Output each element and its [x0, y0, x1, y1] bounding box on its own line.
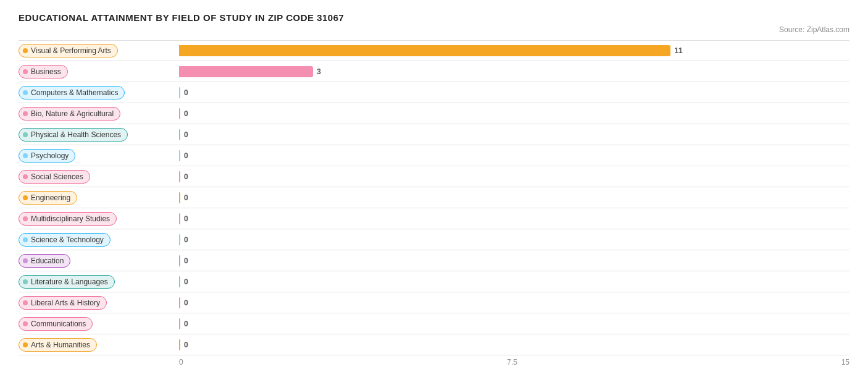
bar-label-area: Bio, Nature & Agricultural — [19, 107, 179, 121]
bar-fill — [179, 339, 180, 350]
pill-dot — [23, 342, 28, 347]
bar-value-label: 11 — [674, 46, 682, 55]
bar-row: Science & Technology0 — [19, 229, 849, 250]
x-axis-label: 15 — [841, 358, 849, 367]
bar-label-area: Education — [19, 254, 179, 268]
pill-dot — [23, 321, 28, 326]
bar-row: Business3 — [19, 61, 849, 82]
bar-container: 0 — [179, 334, 849, 355]
bar-container: 11 — [179, 41, 849, 61]
label-pill: Social Sciences — [19, 170, 90, 184]
label-pill: Computers & Mathematics — [19, 86, 125, 100]
bar-label-text: Visual & Performing Arts — [31, 46, 111, 55]
bar-row: Physical & Health Sciences0 — [19, 124, 849, 145]
bar-value-label: 0 — [184, 151, 188, 160]
bar-row: Arts & Humanities0 — [19, 334, 849, 355]
bar-container: 0 — [179, 166, 849, 187]
bar-fill — [179, 87, 180, 98]
bar-container: 0 — [179, 145, 849, 166]
pill-dot — [23, 132, 28, 137]
chart-title: EDUCATIONAL ATTAINMENT BY FIELD OF STUDY… — [19, 12, 849, 23]
bar-row: Bio, Nature & Agricultural0 — [19, 103, 849, 124]
bar-fill — [179, 213, 180, 224]
chart-area: Visual & Performing Arts11Business3Compu… — [19, 40, 849, 355]
bar-container: 0 — [179, 103, 849, 124]
bar-label-text: Psychology — [31, 151, 69, 160]
bar-fill — [179, 171, 180, 182]
bar-value-label: 0 — [184, 130, 188, 139]
bar-label-text: Computers & Mathematics — [31, 88, 118, 97]
bar-value-label: 0 — [184, 172, 188, 181]
bar-row: Psychology0 — [19, 145, 849, 166]
bar-value-label: 0 — [184, 214, 188, 223]
bar-container: 0 — [179, 229, 849, 250]
pill-dot — [23, 90, 28, 95]
bar-value-label: 0 — [184, 109, 188, 118]
bar-label-text: Bio, Nature & Agricultural — [31, 109, 114, 118]
label-pill: Liberal Arts & History — [19, 296, 107, 310]
bar-row: Education0 — [19, 250, 849, 271]
bar-label-area: Social Sciences — [19, 170, 179, 184]
bar-fill — [179, 45, 670, 56]
bar-label-area: Communications — [19, 317, 179, 331]
bar-fill — [179, 297, 180, 308]
pill-dot — [23, 153, 28, 158]
bar-label-text: Social Sciences — [31, 172, 83, 181]
bar-container: 0 — [179, 187, 849, 208]
pill-dot — [23, 48, 28, 53]
bar-label-text: Business — [31, 67, 61, 76]
bar-label-text: Arts & Humanities — [31, 341, 90, 349]
bar-fill — [179, 276, 180, 287]
bar-label-area: Literature & Languages — [19, 275, 179, 289]
bar-container: 0 — [179, 208, 849, 229]
pill-dot — [23, 69, 28, 74]
pill-dot — [23, 174, 28, 179]
pill-dot — [23, 258, 28, 263]
label-pill: Psychology — [19, 149, 75, 163]
bar-fill — [179, 129, 180, 140]
bar-value-label: 0 — [184, 278, 188, 286]
x-axis: 07.515 — [19, 358, 849, 367]
label-pill: Literature & Languages — [19, 275, 115, 289]
bar-label-area: Physical & Health Sciences — [19, 128, 179, 142]
pill-dot — [23, 279, 28, 284]
x-axis-label: 0 — [179, 358, 183, 367]
bar-value-label: 0 — [184, 193, 188, 202]
bar-fill — [179, 318, 180, 329]
label-pill: Education — [19, 254, 70, 268]
bar-label-area: Computers & Mathematics — [19, 86, 179, 100]
bar-value-label: 3 — [317, 67, 321, 76]
label-pill: Visual & Performing Arts — [19, 44, 118, 57]
bar-label-text: Communications — [31, 320, 86, 328]
label-pill: Bio, Nature & Agricultural — [19, 107, 120, 121]
bar-row: Computers & Mathematics0 — [19, 82, 849, 103]
bar-label-text: Physical & Health Sciences — [31, 130, 121, 139]
pill-dot — [23, 300, 28, 305]
label-pill: Multidisciplinary Studies — [19, 212, 117, 226]
bar-label-area: Engineering — [19, 191, 179, 205]
bar-container: 3 — [179, 61, 849, 82]
bar-fill — [179, 108, 180, 119]
bar-fill — [179, 150, 180, 161]
bar-label-text: Multidisciplinary Studies — [31, 214, 110, 223]
bar-label-text: Science & Technology — [31, 235, 104, 244]
bar-value-label: 0 — [184, 88, 188, 97]
bar-row: Liberal Arts & History0 — [19, 292, 849, 313]
bar-fill — [179, 192, 180, 203]
bar-label-text: Education — [31, 256, 64, 265]
bar-row: Multidisciplinary Studies0 — [19, 208, 849, 229]
bar-value-label: 0 — [184, 320, 188, 328]
bar-container: 0 — [179, 250, 849, 271]
bar-container: 0 — [179, 292, 849, 313]
label-pill: Arts & Humanities — [19, 338, 97, 352]
bar-label-area: Arts & Humanities — [19, 338, 179, 352]
bar-fill — [179, 234, 180, 245]
bar-row: Engineering0 — [19, 187, 849, 208]
pill-dot — [23, 216, 28, 221]
bar-label-area: Liberal Arts & History — [19, 296, 179, 310]
bar-row: Social Sciences0 — [19, 166, 849, 187]
bar-container: 0 — [179, 271, 849, 292]
bar-label-area: Visual & Performing Arts — [19, 44, 179, 57]
label-pill: Physical & Health Sciences — [19, 128, 128, 142]
bar-label-text: Literature & Languages — [31, 278, 108, 286]
